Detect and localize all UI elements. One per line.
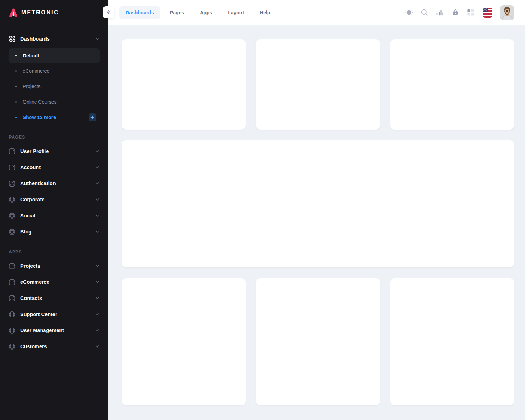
avatar-photo — [500, 5, 514, 20]
bullet-icon — [15, 55, 17, 56]
bullet-icon — [15, 70, 17, 72]
plus-icon[interactable] — [89, 113, 96, 121]
sidebar-item-online-courses[interactable]: Online Courses — [9, 94, 100, 110]
bullet-icon — [15, 101, 17, 103]
chevron-down-icon — [95, 229, 100, 234]
chevron-down-icon — [95, 328, 100, 333]
sidebar-item-support-center[interactable]: Support Center — [9, 306, 100, 322]
empty-card-wide — [122, 140, 514, 267]
card-row-top — [122, 39, 514, 130]
bullet-icon — [15, 117, 17, 118]
sidebar-item-ecommerce-dashboard[interactable]: eCommerce — [9, 63, 100, 79]
empty-card — [122, 278, 246, 405]
empty-card — [256, 278, 380, 405]
sidebar-item-label: Contacts — [20, 295, 42, 301]
file-icon — [9, 263, 15, 270]
sidebar-group-dashboards[interactable]: Dashboards — [9, 32, 100, 46]
sidebar-item-label: eCommerce — [23, 68, 49, 74]
content-area — [108, 25, 525, 420]
metronic-logo-icon[interactable] — [9, 8, 18, 17]
topbar-actions — [402, 5, 514, 20]
tab-pages[interactable]: Pages — [163, 6, 190, 19]
globe-icon — [9, 343, 15, 350]
sidebar-item-label: User Management — [20, 328, 64, 333]
tab-apps[interactable]: Apps — [194, 6, 218, 19]
tab-dashboards[interactable]: Dashboards — [119, 6, 160, 19]
sidebar-item-label: Customers — [20, 344, 47, 349]
search-button[interactable] — [418, 6, 431, 19]
user-avatar[interactable] — [500, 5, 514, 20]
file-icon — [9, 148, 15, 155]
sidebar-item-show-more[interactable]: Show 12 more — [9, 110, 100, 125]
sidebar-item-label: Projects — [20, 263, 40, 269]
bar-chart-icon — [436, 8, 444, 17]
globe-icon — [9, 327, 15, 334]
cart-button[interactable] — [449, 6, 462, 19]
sidebar-item-label: Projects — [23, 84, 41, 89]
grid-circles-icon — [9, 35, 16, 42]
chevron-down-icon — [95, 312, 100, 317]
sidebar-item-default[interactable]: Default — [9, 48, 100, 63]
chevron-down-icon — [95, 149, 100, 154]
sidebar-item-corporate[interactable]: Corporate — [9, 191, 100, 208]
sidebar-item-authentication[interactable]: Authentication — [9, 175, 100, 191]
sidebar-item-label: Blog — [20, 229, 31, 234]
sidebar-item-label: Default — [23, 53, 39, 58]
chevron-down-icon — [95, 165, 100, 170]
sidebar-collapse-button[interactable] — [103, 6, 114, 18]
tab-help[interactable]: Help — [253, 6, 276, 19]
us-flag-icon — [483, 8, 492, 18]
section-label-pages: PAGES — [9, 131, 100, 143]
theme-toggle-button[interactable] — [402, 6, 415, 19]
empty-card — [256, 39, 380, 130]
chevron-down-icon — [95, 280, 100, 285]
chevron-down-icon — [95, 213, 100, 218]
sidebar-item-blog[interactable]: Blog — [9, 224, 100, 240]
group-label: Dashboards — [20, 36, 50, 42]
chart-icon — [9, 180, 15, 187]
globe-icon — [9, 311, 15, 318]
sidebar-item-ecommerce-app[interactable]: eCommerce — [9, 274, 100, 290]
bullet-icon — [15, 86, 17, 87]
chevron-down-icon — [95, 181, 100, 186]
globe-icon — [9, 212, 15, 219]
sidebar-item-label: eCommerce — [20, 279, 49, 285]
empty-card — [390, 278, 514, 405]
search-icon — [420, 8, 428, 16]
sidebar-item-label: Show 12 more — [23, 114, 56, 120]
sun-icon — [405, 8, 413, 17]
sidebar-item-projects-dashboard[interactable]: Projects — [9, 79, 100, 94]
sidebar-item-customers[interactable]: Customers — [9, 338, 100, 355]
sidebar: METRONIC Dashboards Default eCommerce — [0, 0, 108, 420]
sidebar-menu: Dashboards Default eCommerce Projects On… — [0, 25, 108, 355]
statistics-button[interactable] — [433, 6, 446, 19]
sidebar-item-contacts[interactable]: Contacts — [9, 290, 100, 306]
chevron-down-icon — [95, 344, 100, 349]
chevron-down-icon — [95, 36, 100, 41]
tab-layout[interactable]: Layout — [222, 6, 250, 19]
sidebar-item-label: Online Courses — [23, 99, 57, 105]
sidebar-item-projects-app[interactable]: Projects — [9, 258, 100, 274]
chart-icon — [9, 295, 15, 302]
empty-card — [390, 39, 514, 130]
file-icon — [9, 279, 15, 286]
sidebar-item-label: Social — [20, 213, 35, 218]
apps-grid-button[interactable] — [464, 6, 477, 19]
sidebar-item-account[interactable]: Account — [9, 159, 100, 175]
sidebar-header: METRONIC — [0, 0, 108, 25]
sidebar-item-social[interactable]: Social — [9, 208, 100, 224]
globe-icon — [9, 196, 15, 203]
file-icon — [9, 164, 15, 171]
sidebar-item-label: User Profile — [20, 148, 49, 154]
chevron-down-icon — [95, 197, 100, 202]
sidebar-item-label: Support Center — [20, 312, 57, 317]
language-selector[interactable] — [483, 8, 492, 18]
globe-icon — [9, 229, 15, 235]
apps-grid-icon — [467, 8, 475, 16]
sidebar-item-label: Corporate — [20, 197, 44, 202]
sidebar-item-label: Authentication — [20, 181, 56, 186]
sidebar-item-user-management[interactable]: User Management — [9, 322, 100, 338]
section-label-apps: APPS — [9, 246, 100, 258]
sidebar-item-user-profile[interactable]: User Profile — [9, 143, 100, 159]
chevron-down-icon — [95, 264, 100, 268]
